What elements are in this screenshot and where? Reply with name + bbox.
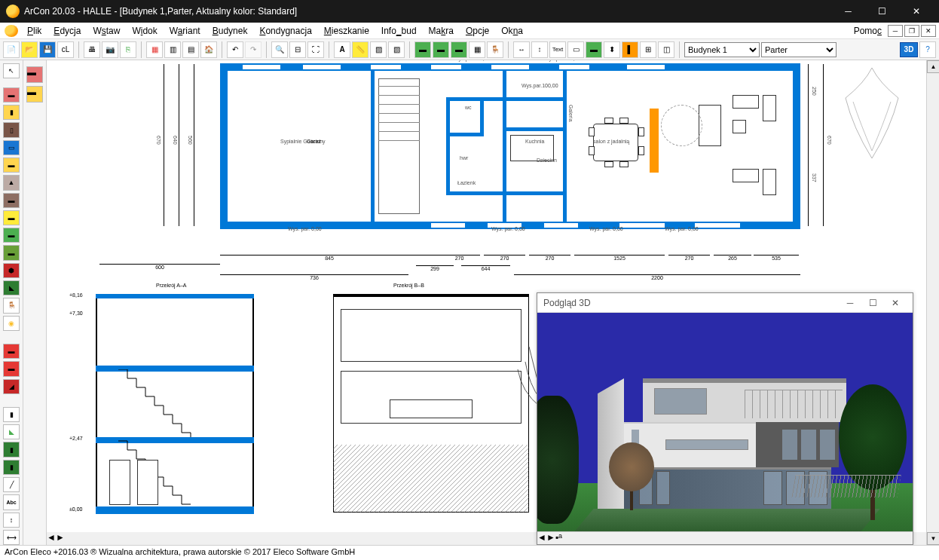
menu-okna[interactable]: Okna: [495, 24, 529, 38]
arrow-tool[interactable]: ↕: [3, 513, 20, 528]
cross-button[interactable]: ⊞: [640, 41, 656, 58]
menu-budynek[interactable]: Budynek: [206, 24, 254, 38]
wall-button[interactable]: ▌: [622, 41, 638, 58]
undo-button[interactable]: ↶: [227, 41, 243, 58]
preview-maximize-button[interactable]: ☐: [861, 294, 884, 312]
hatch1-button[interactable]: ▨: [370, 41, 387, 58]
menu-makra[interactable]: Makra: [423, 24, 460, 38]
menu-kondygnacja[interactable]: Kondygnacja: [253, 24, 317, 38]
canvas-vscrollbar[interactable]: ▲ ▼: [926, 60, 939, 545]
layer-green-tool[interactable]: ▬: [3, 210, 20, 225]
menu-pomoc[interactable]: Pomoc: [848, 24, 888, 38]
minimize-button[interactable]: ─: [831, 0, 865, 23]
export-button[interactable]: ⎘: [120, 41, 136, 58]
aux-tool-2[interactable]: ▬: [26, 86, 43, 103]
scroll-right-button[interactable]: ►: [56, 532, 65, 545]
building-combo[interactable]: Budynek 1: [684, 42, 760, 57]
mdi-restore-button[interactable]: ❐: [904, 25, 919, 37]
terrain-tool[interactable]: ▬: [3, 245, 20, 260]
scroll-down-button[interactable]: ▼: [927, 532, 939, 545]
menu-plik[interactable]: Plik: [21, 24, 47, 38]
drawing-canvas[interactable]: Sypialnie Gościnny Garaż hwr wc Łazienk …: [47, 60, 926, 545]
text-tool-button[interactable]: A: [334, 41, 350, 58]
vscroll-track[interactable]: [927, 73, 939, 532]
zoom-fit-button[interactable]: ⛶: [307, 41, 324, 58]
box-button[interactable]: ▭: [567, 41, 584, 58]
section1-button[interactable]: ▬: [586, 41, 602, 58]
view3d-button[interactable]: 🏠: [200, 41, 217, 58]
scroll-left-button[interactable]: ◄: [47, 532, 56, 545]
slab-tool[interactable]: ▬: [3, 158, 20, 173]
layer2-button[interactable]: ▬: [433, 41, 449, 58]
open-button[interactable]: 📂: [21, 41, 38, 58]
furniture-button[interactable]: 🪑: [487, 41, 503, 58]
preview-hscrollbar[interactable]: ◄ ► ▪ a: [537, 531, 913, 544]
scroll-letter-button[interactable]: a: [558, 532, 562, 544]
layer3-button[interactable]: ▬: [451, 41, 467, 58]
help-button[interactable]: ?: [919, 41, 936, 58]
door-tool[interactable]: ▯: [3, 122, 20, 137]
ramp-tool[interactable]: ◢: [3, 379, 20, 394]
print-button[interactable]: 🖶: [84, 41, 100, 58]
stair-tool[interactable]: ▬: [3, 361, 20, 376]
tool-green2[interactable]: ▮: [3, 460, 20, 475]
text-tool[interactable]: Abc: [3, 494, 20, 510]
aux-tool-1[interactable]: ▬: [26, 66, 43, 83]
misc-button[interactable]: ◫: [658, 41, 674, 58]
furniture-tool[interactable]: 🪑: [3, 298, 20, 313]
dim2-button[interactable]: ↕: [531, 41, 548, 58]
plant-tool[interactable]: ⬢: [3, 263, 20, 278]
elev-tool[interactable]: ◣: [3, 424, 20, 439]
preview-title-bar[interactable]: Podgląd 3D ─ ☐ ✕: [537, 293, 913, 313]
dim1-button[interactable]: ↔: [513, 41, 530, 58]
menu-widok[interactable]: Widok: [126, 24, 163, 38]
preview-close-button[interactable]: ✕: [884, 294, 907, 312]
grid-button[interactable]: ▦: [469, 41, 485, 58]
window-tool[interactable]: ▭: [3, 140, 20, 155]
mdi-minimize-button[interactable]: ─: [888, 25, 903, 37]
menu-edycja[interactable]: Edycja: [47, 24, 87, 38]
cursor-tool[interactable]: ↖: [3, 63, 20, 78]
scroll-up-button[interactable]: ▲: [927, 60, 939, 73]
roof-tool[interactable]: ▲: [3, 175, 20, 190]
new-button[interactable]: 📄: [3, 41, 20, 58]
column-tool[interactable]: ▮: [3, 105, 20, 120]
dim-tool[interactable]: ▬: [3, 344, 20, 359]
measure-tool[interactable]: ⟷: [3, 530, 20, 545]
object-tool[interactable]: ◣: [3, 280, 20, 295]
line-tool[interactable]: ╱: [3, 477, 20, 492]
redo-button[interactable]: ↷: [245, 41, 262, 58]
layout2-button[interactable]: ▥: [164, 41, 181, 58]
menu-mieszkanie[interactable]: Mieszkanie: [318, 24, 375, 38]
scroll-right-button[interactable]: ►: [546, 532, 555, 544]
floor-tool[interactable]: ▬: [3, 228, 20, 243]
hatch2-button[interactable]: ▧: [388, 41, 405, 58]
camera-button[interactable]: 📷: [102, 41, 118, 58]
text2-button[interactable]: Text: [549, 41, 566, 58]
save-button[interactable]: 💾: [39, 41, 56, 58]
section-tool[interactable]: ▮: [3, 407, 20, 422]
zoom-in-button[interactable]: 🔍: [271, 41, 288, 58]
layer1-button[interactable]: ▬: [414, 41, 431, 58]
storey-combo[interactable]: Parter: [761, 42, 837, 57]
tool-green[interactable]: ▮: [3, 442, 20, 457]
maximize-button[interactable]: ☐: [865, 0, 899, 23]
elev-button[interactable]: ⬍: [604, 41, 620, 58]
scroll-left-button[interactable]: ◄: [537, 532, 546, 544]
badge-3d-button[interactable]: 3D: [900, 42, 918, 57]
roof2-tool[interactable]: ▬: [3, 193, 20, 208]
close-button[interactable]: ✕: [899, 0, 933, 23]
ruler-button[interactable]: 📏: [352, 41, 369, 58]
preview-3d-canvas[interactable]: [537, 313, 913, 531]
light-tool[interactable]: ◉: [3, 316, 20, 331]
mdi-close-button[interactable]: ✕: [921, 25, 936, 37]
wall-tool[interactable]: ▬: [3, 87, 20, 103]
menu-wariant[interactable]: Wariant: [164, 24, 206, 38]
menu-opcje[interactable]: Opcje: [460, 24, 495, 38]
preview-minimize-button[interactable]: ─: [839, 294, 861, 312]
layout3-button[interactable]: ▤: [182, 41, 199, 58]
menu-wstaw[interactable]: Wstaw: [87, 24, 126, 38]
layout1-button[interactable]: ▦: [146, 41, 163, 58]
zoom-out-button[interactable]: ⊟: [289, 41, 306, 58]
menu-infobud[interactable]: Info_bud: [375, 24, 423, 38]
